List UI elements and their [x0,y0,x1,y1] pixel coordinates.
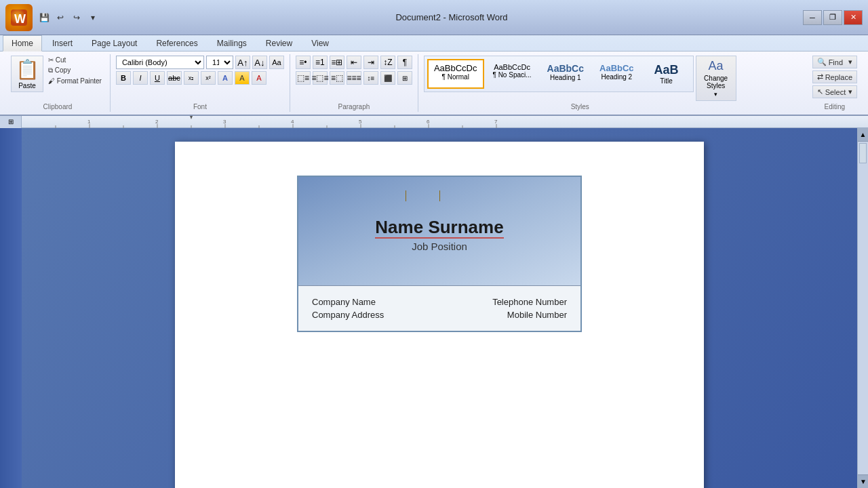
cursor-line-2 [439,190,440,201]
paste-icon: 📋 [16,58,39,81]
font-color-button[interactable]: A [252,71,267,85]
font-format-row: B I U abc x₂ x² A A A [116,71,284,85]
line-spacing-button[interactable]: ↕≡ [363,71,378,85]
tab-home[interactable]: Home [3,35,42,52]
style-heading1[interactable]: AaBbCc Heading 1 [540,59,591,89]
svg-text:4: 4 [291,119,294,125]
style-no-spacing[interactable]: AaBbCcDc ¶ No Spaci... [486,59,538,89]
editing-content: 🔍 Find ▾ ⇄ Replace ↖ Select ▾ [812,56,857,101]
borders-button[interactable]: ⊞ [397,71,412,85]
scroll-thumb[interactable] [859,143,867,163]
bullets-button[interactable]: ≡• [296,56,311,69]
paste-button[interactable]: 📋 Paste [11,56,43,92]
font-name-select[interactable]: Calibri (Body) [116,56,204,69]
font-controls: Calibri (Body) 11 A↑ A↓ Aa B I U abc [116,56,284,85]
select-button[interactable]: ↖ Select ▾ [812,85,857,98]
text-highlight-button[interactable]: A [235,71,250,85]
tab-review[interactable]: Review [257,35,301,51]
justify-button[interactable]: ≡≡≡ [347,71,361,85]
decrease-indent-button[interactable]: ⇤ [347,56,361,69]
tab-references[interactable]: References [147,35,206,51]
styles-label: Styles [571,103,589,110]
paintbrush-icon: 🖌 [48,77,55,85]
bold-button[interactable]: B [116,71,131,85]
style-heading1-label: Heading 1 [547,74,584,81]
align-center-button[interactable]: ≡⬚≡ [313,71,328,85]
clear-format-button[interactable]: Aa [269,56,284,69]
name-text: Name Surname [375,217,503,239]
paragraph-group: ≡• ≡1 ≡⊞ ⇤ ⇥ ↕Z ¶ ⬚≡ ≡⬚≡ ≡⬚ ≡≡≡ ↕≡ [290,54,418,112]
cut-button[interactable]: ✂ Cut [45,56,104,64]
close-button[interactable]: ✕ [844,10,863,25]
svg-marker-24 [190,116,193,119]
grow-font-button[interactable]: A↑ [235,56,250,69]
style-heading2-preview: AaBbCc [599,63,634,73]
font-group: Calibri (Body) 11 A↑ A↓ Aa B I U abc [111,54,290,112]
scroll-up-button[interactable]: ▲ [858,128,868,142]
align-right-button[interactable]: ≡⬚ [330,71,344,85]
document-area[interactable]: Name Surname Job Position Company Name C… [22,128,857,488]
style-normal[interactable]: AaBbCcDc ¶ Normal [427,59,484,89]
ribbon: Home Insert Page Layout References Maili… [0,35,868,116]
vertical-scrollbar[interactable]: ▲ ▼ [857,128,868,488]
scroll-down-button[interactable]: ▼ [858,474,868,488]
shrink-font-button[interactable]: A↓ [252,56,267,69]
minimize-button[interactable]: ─ [803,10,822,25]
svg-text:6: 6 [427,119,430,125]
styles-box: AaBbCcDc ¶ Normal AaBbCcDc ¶ No Spaci...… [424,56,694,92]
style-no-spacing-preview: AaBbCcDc [493,63,532,71]
replace-button[interactable]: ⇄ Replace [812,70,857,83]
strikethrough-button[interactable]: abc [167,71,182,85]
tab-view[interactable]: View [302,35,338,51]
cursor-line-1 [406,190,406,201]
tab-mailings[interactable]: Mailings [208,35,256,51]
increase-indent-button[interactable]: ⇥ [363,56,378,69]
find-button[interactable]: 🔍 Find ▾ [812,56,857,68]
subscript-button[interactable]: x₂ [184,71,199,85]
style-heading2[interactable]: AaBbCc Heading 2 [593,59,641,89]
tab-page-layout[interactable]: Page Layout [83,35,146,51]
font-name-row: Calibri (Body) 11 A↑ A↓ Aa [116,56,284,69]
text-effects-button[interactable]: A [218,71,233,85]
svg-text:1: 1 [87,119,91,125]
copy-icon: ⧉ [48,66,53,74]
paste-label: Paste [18,82,36,89]
company-name: Company Name [312,297,384,307]
copy-button[interactable]: ⧉ Copy [45,66,104,75]
title-left: W 💾 ↩ ↪ ▾ [5,4,100,31]
undo-qa-button[interactable]: ↩ [53,10,68,25]
shading-button[interactable]: ⬛ [380,71,395,85]
sort-button[interactable]: ↕Z [380,56,395,69]
restore-button[interactable]: ❐ [823,10,842,25]
numbering-button[interactable]: ≡1 [313,56,328,69]
superscript-button[interactable]: x² [201,71,216,85]
save-qa-button[interactable]: 💾 [37,10,52,25]
tab-insert[interactable]: Insert [43,35,81,51]
change-styles-button[interactable]: Aa ChangeStyles ▾ [696,56,736,101]
business-card[interactable]: Name Surname Job Position Company Name C… [297,176,582,332]
multilevel-list-button[interactable]: ≡⊞ [330,56,344,69]
style-title[interactable]: AaB Title [643,59,690,89]
card-right-info: Telephone Number Mobile Number [492,297,567,320]
ribbon-content: 📋 Paste ✂ Cut ⧉ Copy 🖌 Format Painter [0,51,868,115]
ruler-corner[interactable]: ⊞ [0,116,22,128]
editing-buttons: 🔍 Find ▾ ⇄ Replace ↖ Select ▾ [812,56,857,98]
align-left-button[interactable]: ⬚≡ [296,71,311,85]
font-size-select[interactable]: 11 [206,56,233,69]
window-title: Document2 - Microsoft Word [100,12,803,22]
underline-button[interactable]: U [150,71,165,85]
redo-qa-button[interactable]: ↪ [69,10,84,25]
window-controls: ─ ❐ ✕ [803,10,863,25]
style-title-preview: AaB [650,63,684,77]
italic-button[interactable]: I [133,71,148,85]
show-hide-button[interactable]: ¶ [397,56,412,69]
format-painter-button[interactable]: 🖌 Format Painter [45,77,104,85]
ruler-marks: 1 2 3 4 5 6 7 [22,116,868,127]
telephone-number: Telephone Number [492,297,567,307]
style-heading2-label: Heading 2 [599,73,634,81]
paragraph-label: Paragraph [338,103,370,110]
svg-rect-2 [22,116,868,128]
card-left-info: Company Name Company Address [312,297,384,320]
ribbon-tabs: Home Insert Page Layout References Maili… [0,35,868,51]
customize-qa-button[interactable]: ▾ [85,10,100,25]
